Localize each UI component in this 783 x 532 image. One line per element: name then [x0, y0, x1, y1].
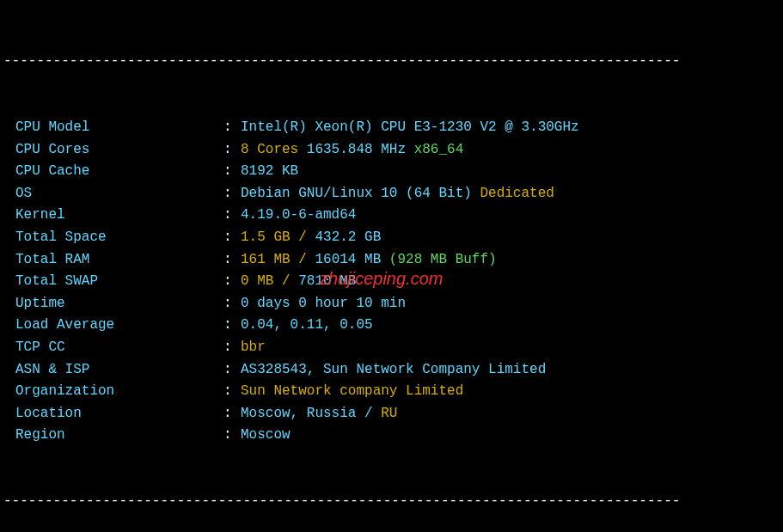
colon: :: [223, 161, 241, 183]
row-value: 8 Cores 1635.848 MHz x86_64: [241, 139, 463, 162]
row-label: Total RAM: [15, 249, 223, 272]
value-segment: (928 MB Buff): [389, 252, 497, 267]
row-label: Total SWAP: [15, 271, 223, 293]
value-segment: Debian GNU/Linux 10 (64 Bit): [241, 186, 480, 201]
value-segment: Dedicated: [480, 186, 554, 201]
row-value: Intel(R) Xeon(R) CPU E3-1230 V2 @ 3.30GH…: [241, 117, 579, 139]
system-info-section: CPU Model: Intel(R) Xeon(R) CPU E3-1230 …: [0, 117, 783, 447]
row-label: CPU Cache: [15, 161, 223, 183]
row-label: Region: [15, 425, 223, 447]
row-value: 8192 KB: [241, 161, 298, 183]
value-segment: x86_64: [414, 142, 464, 157]
row-value: Sun Network company Limited: [241, 381, 463, 403]
row-label: Load Average: [15, 315, 223, 337]
value-segment: 7810 MB: [298, 273, 356, 289]
row-label: Uptime: [15, 293, 223, 315]
colon: :: [223, 139, 241, 162]
value-segment: 161 MB /: [241, 252, 315, 267]
info-row: Uptime: 0 days 0 hour 10 min: [0, 293, 783, 315]
row-value: AS328543, Sun Network Company Limited: [241, 359, 546, 382]
row-value: Moscow: [241, 425, 291, 447]
value-segment: 0 days 0 hour 10 min: [241, 296, 406, 311]
info-row: ASN & ISP: AS328543, Sun Network Company…: [0, 359, 783, 382]
colon: :: [223, 205, 241, 227]
row-value: 1.5 GB / 432.2 GB: [241, 227, 381, 249]
row-value: 0 days 0 hour 10 min: [241, 293, 406, 315]
value-segment: 8192 KB: [241, 163, 298, 179]
value-segment: Moscow, Russia /: [241, 406, 381, 421]
value-segment: 4.19.0-6-amd64: [241, 207, 356, 223]
colon: :: [223, 183, 241, 205]
row-label: Organization: [15, 381, 223, 403]
info-row: Kernel: 4.19.0-6-amd64: [0, 205, 783, 227]
row-label: Total Space: [15, 227, 223, 249]
row-value: Moscow, Russia / RU: [241, 403, 397, 425]
divider-top: ----------------------------------------…: [0, 51, 783, 73]
row-label: Location: [15, 403, 223, 425]
info-row: CPU Model: Intel(R) Xeon(R) CPU E3-1230 …: [0, 117, 783, 139]
info-row: Total RAM: 161 MB / 16014 MB (928 MB Buf…: [0, 249, 783, 272]
row-label: CPU Cores: [15, 139, 223, 162]
info-row: Total Space: 1.5 GB / 432.2 GB: [0, 227, 783, 249]
row-label: TCP CC: [15, 337, 223, 359]
info-row: CPU Cores: 8 Cores 1635.848 MHz x86_64: [0, 139, 783, 162]
row-label: Kernel: [15, 205, 223, 227]
info-row: Organization: Sun Network company Limite…: [0, 381, 783, 403]
value-segment: Intel(R) Xeon(R) CPU E3-1230 V2 @ 3.30GH…: [241, 119, 579, 135]
value-segment: AS328543, Sun Network Company Limited: [241, 362, 546, 377]
info-row: Load Average: 0.04, 0.11, 0.05: [0, 315, 783, 337]
value-segment: 1635.848 MHz: [307, 142, 414, 157]
row-value: bbr: [241, 337, 266, 359]
value-segment: 432.2 GB: [315, 229, 381, 245]
colon: :: [223, 359, 241, 382]
value-segment: 0.04, 0.11, 0.05: [241, 317, 373, 333]
value-segment: Sun Network company Limited: [241, 383, 463, 399]
terminal-output: ----------------------------------------…: [0, 0, 783, 532]
colon: :: [223, 381, 241, 403]
info-row: TCP CC: bbr: [0, 337, 783, 359]
colon: :: [223, 425, 241, 447]
row-value: Debian GNU/Linux 10 (64 Bit) Dedicated: [241, 183, 554, 205]
colon: :: [223, 293, 241, 315]
value-segment: 0 MB /: [241, 273, 298, 289]
value-segment: bbr: [241, 339, 266, 355]
row-value: 0 MB / 7810 MB: [241, 271, 356, 293]
divider-middle: ----------------------------------------…: [0, 491, 783, 513]
value-segment: 16014 MB: [315, 252, 388, 267]
row-value: 4.19.0-6-amd64: [241, 205, 356, 227]
value-segment: 8 Cores: [241, 142, 307, 157]
colon: :: [223, 315, 241, 337]
row-value: 161 MB / 16014 MB (928 MB Buff): [241, 249, 497, 272]
value-segment: Moscow: [241, 427, 291, 443]
info-row: Total SWAP: 0 MB / 7810 MB: [0, 271, 783, 293]
colon: :: [223, 271, 241, 293]
row-label: OS: [15, 183, 223, 205]
info-row: Location: Moscow, Russia / RU: [0, 403, 783, 425]
info-row: CPU Cache: 8192 KB: [0, 161, 783, 183]
colon: :: [223, 403, 241, 425]
value-segment: 1.5 GB /: [241, 229, 315, 245]
row-value: 0.04, 0.11, 0.05: [241, 315, 373, 337]
row-label: CPU Model: [15, 117, 223, 139]
colon: :: [223, 337, 241, 359]
value-segment: RU: [381, 406, 397, 421]
info-row: Region: Moscow: [0, 425, 783, 447]
colon: :: [223, 227, 241, 249]
info-row: OS: Debian GNU/Linux 10 (64 Bit) Dedicat…: [0, 183, 783, 205]
row-label: ASN & ISP: [15, 359, 223, 382]
colon: :: [223, 117, 241, 139]
colon: :: [223, 249, 241, 272]
